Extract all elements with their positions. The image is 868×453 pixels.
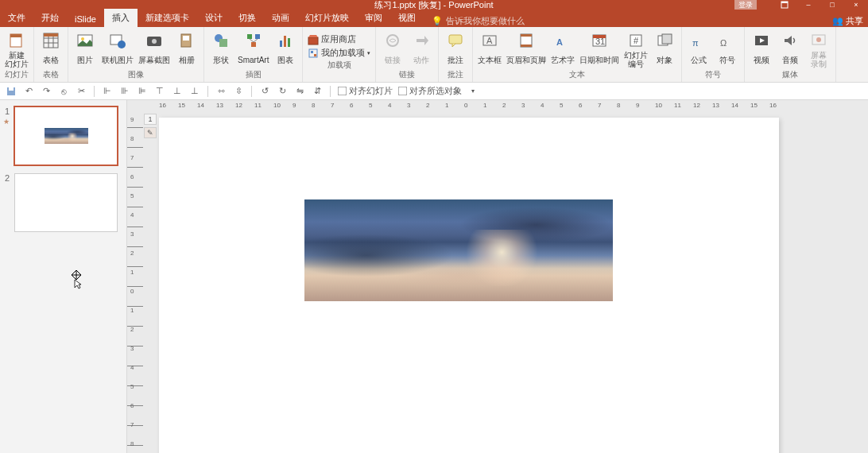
ruler-tick: 3 (130, 230, 134, 238)
thumbnail-image (45, 128, 88, 144)
qat-btn[interactable]: ✂ (75, 85, 87, 98)
rotate-right-icon[interactable]: ↻ (276, 85, 289, 98)
new-slide-button[interactable]: 新建 幻灯片 (5, 29, 29, 68)
slide-thumbnail-2[interactable] (14, 173, 118, 232)
redo-icon[interactable]: ↷ (40, 85, 52, 98)
tell-me-label: 告诉我你想要做什么 (446, 15, 525, 27)
shapes-label: 形状 (213, 51, 229, 68)
ribbon-display-options-icon[interactable] (773, 0, 796, 10)
ruler-tick: 8 (617, 102, 620, 109)
inserted-picture[interactable] (304, 199, 613, 301)
align-top-icon[interactable]: ⊤ (153, 85, 166, 98)
maximize-button[interactable]: □ (820, 0, 844, 10)
align-to-slide-checkbox[interactable]: 对齐幻灯片 (337, 85, 393, 97)
tab-islide[interactable]: iSlide (67, 11, 104, 27)
minimize-button[interactable]: – (796, 0, 820, 10)
share-button[interactable]: 👥 共享 (832, 15, 863, 27)
tell-me-search[interactable]: 💡 告诉我你想要做什么 (432, 15, 525, 27)
audio-button[interactable]: 音频 (778, 29, 802, 68)
chart-icon (277, 32, 294, 49)
screenshot-button[interactable]: 屏幕截图 (138, 29, 170, 68)
shapes-icon (212, 32, 230, 49)
equation-button[interactable]: π 公式 (687, 29, 711, 68)
save-icon[interactable] (5, 85, 17, 98)
table-button[interactable]: 表格 (39, 29, 63, 68)
ruler-tick: 5 (369, 102, 372, 109)
thumbnail-item[interactable]: 1 ★ (5, 106, 122, 165)
online-picture-button[interactable]: 联机图片 (102, 29, 134, 68)
tab-insert[interactable]: 插入 (104, 9, 138, 27)
align-left-icon[interactable]: ⊩ (101, 85, 114, 98)
photo-album-button[interactable]: 相册 (175, 29, 199, 68)
slide-canvas[interactable] (159, 118, 779, 453)
group-label-tables: 表格 (39, 68, 63, 82)
undo-icon[interactable]: ↶ (22, 85, 35, 98)
comment-button[interactable]: 批注 (444, 29, 467, 68)
tab-animations[interactable]: 动画 (264, 9, 297, 27)
ruler-tick: 3 (521, 102, 525, 109)
svg-rect-1 (781, 2, 788, 3)
tab-file[interactable]: 文件 (0, 9, 33, 27)
align-middle-icon[interactable]: ⊥ (171, 85, 184, 98)
distribute-h-icon[interactable]: ⇿ (215, 85, 227, 98)
symbol-button[interactable]: Ω 符号 (715, 29, 739, 68)
screen-recording-button: 屏幕 录制 (807, 29, 831, 68)
wordart-icon: A (554, 32, 572, 49)
group-label-addins: 加载项 (308, 59, 370, 72)
shapes-button[interactable]: 形状 (209, 29, 233, 68)
ruler-tick: 1 (483, 102, 486, 109)
dropdown-icon[interactable]: ▾ (467, 85, 479, 98)
wordart-button[interactable]: A 艺术字 (551, 29, 575, 68)
rotate-left-icon[interactable]: ↺ (258, 85, 271, 98)
tab-view[interactable]: 视图 (390, 9, 424, 27)
login-button[interactable]: 登录 (734, 0, 757, 10)
flip-v-icon[interactable]: ⇵ (311, 85, 324, 98)
align-center-h-icon[interactable]: ⊪ (118, 85, 131, 98)
store-icon (308, 34, 319, 45)
slide-edit-area[interactable]: 1615141312111098765432101234567891011121… (143, 100, 868, 453)
ruler-tick: 1 (130, 269, 134, 276)
svg-rect-30 (311, 51, 313, 53)
tab-home[interactable]: 开始 (33, 9, 67, 27)
close-button[interactable]: × (844, 0, 868, 10)
slide-thumbnail-1[interactable] (14, 106, 118, 165)
flip-h-icon[interactable]: ⇋ (293, 85, 306, 98)
photo-album-label: 相册 (179, 51, 195, 68)
header-footer-button[interactable]: 页眉和页脚 (506, 29, 546, 68)
thumbnail-item[interactable]: 2 (5, 173, 122, 232)
picture-button[interactable]: 图片 (73, 29, 97, 68)
new-slide-label: 新建 幻灯片 (5, 51, 29, 68)
svg-rect-9 (44, 33, 58, 37)
ruler-tick: 3 (130, 345, 134, 352)
textbox-button[interactable]: A 文本框 (478, 29, 502, 68)
svg-rect-21 (255, 34, 260, 39)
align-bottom-icon[interactable]: ⊥ (188, 85, 201, 98)
tab-design[interactable]: 设计 (197, 9, 231, 27)
chart-button[interactable]: 图表 (273, 29, 297, 68)
video-button[interactable]: 视频 (750, 29, 773, 68)
format-painter-icon[interactable]: ✎ (144, 127, 157, 138)
office-store-button[interactable]: 应用商店 (308, 33, 356, 45)
distribute-v-icon[interactable]: ⇳ (232, 85, 245, 98)
ruler-tick: 16 (159, 102, 166, 109)
my-addins-button[interactable]: 我的加载项 ▾ (308, 47, 370, 59)
video-label: 视频 (754, 51, 769, 68)
ruler-tick: 6 (130, 173, 134, 180)
align-selected-checkbox[interactable]: 对齐所选对象 (397, 85, 462, 97)
tab-transitions[interactable]: 切换 (231, 9, 264, 27)
tab-slideshow[interactable]: 幻灯片放映 (297, 9, 357, 27)
tab-custom[interactable]: 新建选项卡 (138, 9, 197, 27)
qat-btn[interactable]: ⎋ (57, 85, 70, 98)
align-right-icon[interactable]: ⊫ (136, 85, 149, 98)
ruler-tick: 4 (541, 102, 544, 109)
slide-thumbnails-panel[interactable]: 1 ★ 2 (0, 100, 127, 453)
tab-review[interactable]: 审阅 (357, 9, 390, 27)
datetime-button[interactable]: 31 日期和时间 (579, 29, 619, 68)
svg-rect-20 (247, 34, 252, 39)
slidenumber-button[interactable]: # 幻灯片 编号 (624, 29, 648, 68)
object-button[interactable]: 对象 (653, 29, 676, 68)
smartart-button[interactable]: SmartArt (238, 29, 269, 68)
group-label-images: 图像 (73, 68, 199, 82)
vertical-ruler: 9876543210123456789 (127, 100, 143, 453)
outline-level-1[interactable]: 1 (144, 114, 157, 125)
